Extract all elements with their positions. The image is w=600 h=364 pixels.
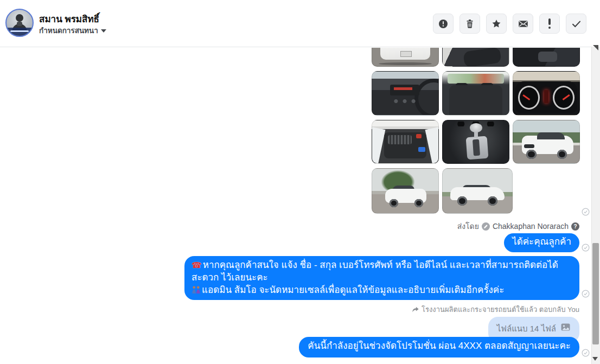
photo-car-rear-quarter-tree[interactable] bbox=[372, 168, 439, 214]
photo-art bbox=[392, 99, 417, 104]
photo-art bbox=[414, 79, 439, 116]
toolbar bbox=[433, 14, 586, 34]
photo-gauge-cluster[interactable] bbox=[513, 71, 580, 116]
photo-art bbox=[394, 87, 412, 90]
sent-by-label: ส่งโดย bbox=[457, 220, 479, 232]
photo-art bbox=[379, 62, 432, 65]
star-button[interactable] bbox=[486, 14, 507, 34]
sender-name: Chakkaphan Norarach bbox=[493, 222, 569, 231]
edit-badge-icon bbox=[482, 222, 490, 231]
photo-art bbox=[390, 199, 398, 208]
photo-art bbox=[448, 74, 505, 84]
message-line: ☎หากคุณลูกค้าสนใจ แจ้ง ชื่อ - สกุล เบอร์… bbox=[192, 259, 572, 284]
conversation-label-dropdown[interactable]: กำหนดการสนทนา bbox=[39, 24, 106, 36]
help-icon[interactable]: ? bbox=[571, 222, 579, 231]
scroll-corner-arrow bbox=[593, 45, 598, 50]
delivered-icon bbox=[582, 208, 590, 216]
conversation-title: สมาน พรมสิทธิ์ bbox=[39, 11, 99, 26]
messenger-window: สมาน พรมสิทธิ์ กำหนดการสนทนา bbox=[0, 0, 600, 364]
photo-center-console-cropped[interactable] bbox=[513, 48, 580, 67]
conversation-label: กำหนดการสนทนา bbox=[39, 27, 98, 35]
sent-by-row: ส่งโดย Chakkaphan Norarach ? bbox=[457, 220, 579, 232]
reply-context-row: โรงงานผลิตและกระจายรถยนต์ใช้แล้ว ตอบกลับ… bbox=[412, 304, 579, 315]
trash-icon bbox=[465, 19, 475, 29]
delivered-icon bbox=[582, 290, 590, 298]
photo-rear-seats[interactable] bbox=[442, 71, 509, 116]
red-telephone-emoji-icon: ☎ bbox=[192, 260, 202, 270]
exclamation-button[interactable] bbox=[539, 14, 560, 34]
photo-art bbox=[457, 196, 467, 206]
message-text: หากคุณลูกค้าสนใจ แจ้ง ชื่อ - สกุล เบอร์โ… bbox=[192, 260, 558, 283]
envelope-icon bbox=[518, 19, 528, 29]
grid-row bbox=[372, 48, 583, 67]
photo-art bbox=[372, 126, 386, 164]
photo-art bbox=[418, 147, 425, 152]
reply-arrow-icon bbox=[412, 306, 419, 313]
scrollbar-thumb[interactable] bbox=[592, 243, 599, 344]
message-bubble[interactable]: ได้ค่ะคุณลูกค้า bbox=[504, 233, 579, 252]
photo-attachment-icon bbox=[560, 322, 571, 332]
message-text: ได้ค่ะคุณลูกค้า bbox=[512, 237, 571, 247]
photo-art bbox=[463, 48, 502, 67]
message-bubble[interactable]: ☎หากคุณลูกค้าสนใจ แจ้ง ชื่อ - สกุล เบอร์… bbox=[184, 256, 579, 300]
exclamation-circle-icon bbox=[438, 19, 448, 29]
scroll-down-arrow[interactable] bbox=[592, 357, 598, 361]
message-line: แอดมิน ส้มโอ จะนัดหมายเซลล์เพื่อดูแลให้ข… bbox=[192, 284, 572, 297]
message-text: คันนี้กำลังอยู่ในช่วงจัดโปรโมชั่น ผ่อน 4… bbox=[308, 341, 571, 351]
couple-emoji-icon bbox=[192, 285, 201, 294]
photo-art bbox=[473, 139, 480, 156]
scrollbar[interactable] bbox=[591, 47, 600, 364]
check-button[interactable] bbox=[566, 14, 586, 34]
grid-row bbox=[372, 168, 583, 214]
photo-dashboard-radio[interactable] bbox=[372, 71, 439, 116]
quoted-text: ไฟล์แนบ 14 ไฟล์ bbox=[497, 322, 556, 335]
photo-car-front-quarter[interactable] bbox=[513, 120, 580, 164]
envelope-button[interactable] bbox=[513, 14, 533, 34]
grid-row bbox=[372, 120, 583, 164]
photo-art bbox=[524, 144, 535, 148]
photo-art bbox=[400, 51, 411, 57]
conversation-header: สมาน พรมสิทธิ์ กำหนดการสนทนา bbox=[0, 0, 600, 47]
photo-art bbox=[488, 196, 497, 206]
attachment-grid bbox=[372, 48, 583, 218]
report-button[interactable] bbox=[433, 14, 454, 34]
avatar[interactable] bbox=[5, 9, 34, 37]
photo-art bbox=[470, 123, 482, 132]
photo-gear-shifter[interactable] bbox=[442, 120, 509, 164]
chevron-down-icon bbox=[101, 29, 106, 33]
photo-art bbox=[416, 134, 422, 138]
photo-art bbox=[526, 150, 536, 159]
photo-car-side-view[interactable] bbox=[442, 168, 513, 214]
photo-engine-bay[interactable] bbox=[372, 120, 439, 164]
grid-row bbox=[372, 71, 583, 116]
message-text: แอดมิน ส้มโอ จะนัดหมายเซลล์เพื่อดูแลให้ข… bbox=[202, 285, 504, 295]
photo-art bbox=[390, 85, 419, 95]
check-icon bbox=[571, 19, 582, 29]
photo-art bbox=[414, 199, 423, 208]
message-bubble[interactable]: คันนี้กำลังอยู่ในช่วงจัดโปรโมชั่น ผ่อน 4… bbox=[299, 337, 579, 357]
photo-art bbox=[449, 85, 502, 115]
photo-art bbox=[538, 52, 557, 62]
avatar-banner bbox=[7, 28, 33, 36]
photo-art bbox=[388, 135, 412, 144]
photo-art bbox=[557, 150, 567, 159]
photo-art bbox=[544, 90, 549, 103]
exclamation-icon bbox=[548, 18, 551, 29]
photo-art bbox=[425, 126, 439, 164]
photo-car-rear-cropped[interactable] bbox=[372, 48, 439, 67]
delivered-icon bbox=[582, 244, 590, 252]
star-icon bbox=[492, 19, 501, 29]
trash-button[interactable] bbox=[459, 14, 480, 34]
photo-front-seats-cropped[interactable] bbox=[442, 48, 509, 67]
delivered-icon bbox=[582, 349, 590, 357]
reply-context-text: โรงงานผลิตและกระจายรถยนต์ใช้แล้ว ตอบกลับ… bbox=[422, 304, 579, 315]
photo-art bbox=[537, 132, 565, 139]
